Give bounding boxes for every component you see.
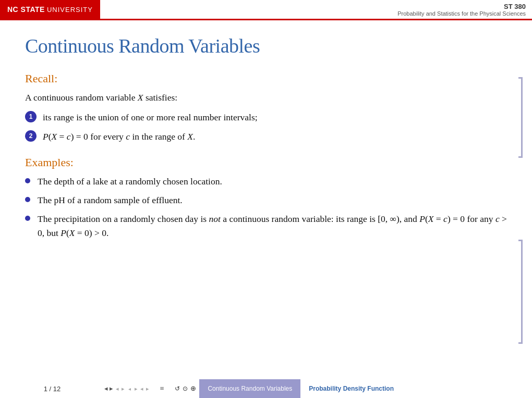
recall-badge-2: 2 xyxy=(25,130,37,142)
bullet-2 xyxy=(25,197,30,202)
course-name: Probability and Statistics for the Physi… xyxy=(397,10,526,17)
bullet-1 xyxy=(25,178,30,183)
examples-section: Examples: The depth of a lake at a rando… xyxy=(25,156,507,240)
page-separator: / xyxy=(50,385,53,393)
nav-arrow-img[interactable]: ▸ xyxy=(122,385,125,392)
nav-arrow-4[interactable]: ▸ xyxy=(146,385,149,392)
page-number: 1 / 12 xyxy=(0,385,104,393)
slide-title: Continuous Random Variables xyxy=(25,34,507,57)
example-text-2: The pH of a random sample of effluent. xyxy=(38,193,183,207)
nav-eq: ◂ xyxy=(140,385,143,392)
university-logo: NC STATE UNIVERSITY xyxy=(0,0,100,19)
nav-arrow-3[interactable]: ▸ xyxy=(135,385,138,392)
bullet-3 xyxy=(25,216,30,221)
nav-search-icon[interactable]: ⊙ xyxy=(183,385,188,393)
nav-separator-2: ◂ xyxy=(128,386,131,392)
example-item-2: The pH of a random sample of effluent. xyxy=(25,193,507,207)
recall-intro: A continuous random variable X satisfies… xyxy=(25,91,507,104)
examples-list: The depth of a lake at a randomly chosen… xyxy=(25,175,507,240)
example-text-3: The precipitation on a randomly chosen d… xyxy=(38,212,507,240)
recall-section: Recall: A continuous random variable X s… xyxy=(25,72,507,143)
recall-heading: Recall: xyxy=(25,72,507,85)
nav-equiv-icon: ≡ xyxy=(160,384,164,393)
footer-tabs: Continuous Random Variables Probability … xyxy=(199,379,402,398)
recall-item-2-text: P(X = c) = 0 for every c in the range of… xyxy=(43,130,195,143)
logo-ncstate: NC STATE xyxy=(7,5,45,14)
page-total: 12 xyxy=(53,385,61,393)
recall-item-2: 2 P(X = c) = 0 for every c in the range … xyxy=(25,130,507,143)
nav-undo-icon[interactable]: ↺ xyxy=(175,385,180,393)
footer: 1 / 12 ◂ ▸ ◂ ▸ ◂ ▸ ◂ ▸ ≡ ↺ ⊙ ⊕ Continuou… xyxy=(0,379,532,398)
header-course-info: ST 380 Probability and Statistics for th… xyxy=(391,0,532,19)
examples-heading: Examples: xyxy=(25,156,507,169)
nav-icons-area: ◂ ▸ ◂ ▸ ◂ ▸ ◂ ▸ ≡ ↺ ⊙ ⊕ xyxy=(104,384,199,393)
example-item-3: The precipitation on a randomly chosen d… xyxy=(25,212,507,240)
header: NC STATE UNIVERSITY ST 380 Probability a… xyxy=(0,0,532,19)
recall-item-1: 1 its range is the union of one or more … xyxy=(25,110,507,124)
page-current: 1 xyxy=(44,385,47,393)
example-item-1: The depth of a lake at a randomly chosen… xyxy=(25,175,507,188)
nav-arrow-right-1[interactable]: ▸ xyxy=(110,384,113,393)
nav-spacing xyxy=(154,385,155,392)
logo-university: UNIVERSITY xyxy=(47,6,93,14)
nav-arrow-left-1[interactable]: ◂ xyxy=(104,384,108,393)
bracket-examples xyxy=(518,240,523,344)
nav-separator-1: ◂ xyxy=(116,385,119,392)
nav-spacing2 xyxy=(169,385,171,392)
example-text-1: The depth of a lake at a randomly chosen… xyxy=(38,175,222,188)
recall-badge-1: 1 xyxy=(25,111,37,122)
slide-content: Continuous Random Variables Recall: A co… xyxy=(0,19,532,253)
nav-zoom-icon[interactable]: ⊕ xyxy=(190,384,196,393)
recall-item-1-text: its range is the union of one or more re… xyxy=(43,110,258,124)
recall-list: 1 its range is the union of one or more … xyxy=(25,110,507,143)
course-code: ST 380 xyxy=(397,3,526,10)
footer-tab-current[interactable]: Continuous Random Variables xyxy=(199,379,300,398)
footer-tab-next[interactable]: Probability Density Function xyxy=(300,379,402,398)
